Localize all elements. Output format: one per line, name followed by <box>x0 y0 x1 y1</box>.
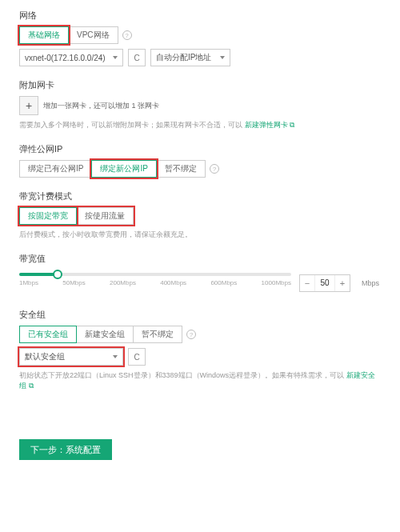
network-tabs: 基础网络 VPC网络 ? <box>19 26 381 44</box>
help-icon[interactable]: ? <box>210 164 219 174</box>
add-nic-label: 增加一张网卡，还可以增加 1 张网卡 <box>43 101 159 111</box>
bandwidth-stepper: − 50 + <box>299 274 350 292</box>
tick-label: 200Mbps <box>110 279 136 286</box>
tick-label: 600Mbps <box>210 279 237 286</box>
nic-add-row: + 增加一张网卡，还可以增加 1 张网卡 <box>19 96 381 115</box>
billing-tabs: 按固定带宽 按使用流量 <box>19 207 381 225</box>
tab-bind-new-eip[interactable]: 绑定新公网IP <box>91 160 156 178</box>
billing-section: 带宽计费模式 按固定带宽 按使用流量 后付费模式，按小时收取带宽费用，请保证余额… <box>19 190 381 240</box>
billing-title: 带宽计费模式 <box>19 190 381 202</box>
external-link-icon: ⧉ <box>29 382 34 390</box>
refresh-button[interactable]: C <box>128 348 146 366</box>
eip-tabs: 绑定已有公网IP 绑定新公网IP 暂不绑定 ? <box>19 160 381 178</box>
tab-fixed-bandwidth[interactable]: 按固定带宽 <box>19 207 77 225</box>
sg-section: 安全组 已有安全组 新建安全组 暂不绑定 ? 默认安全组 C 初始状态下开放22… <box>19 309 381 391</box>
nic-title: 附加网卡 <box>19 79 381 91</box>
bandwidth-section: 带宽值 1Mbps 50Mbps 200Mbps 400Mbps 600Mbps… <box>19 253 381 296</box>
tick-label: 1Mbps <box>19 279 38 286</box>
sg-select-row: 默认安全组 C <box>19 348 381 366</box>
stepper-value[interactable]: 50 <box>314 275 335 291</box>
eip-section: 弹性公网IP 绑定已有公网IP 绑定新公网IP 暂不绑定 ? <box>19 143 381 178</box>
slider-fill <box>19 273 58 276</box>
bandwidth-unit: Mbps <box>362 279 379 287</box>
tab-no-sg[interactable]: 暂不绑定 <box>133 326 182 343</box>
tab-new-sg[interactable]: 新建安全组 <box>76 326 134 343</box>
tab-no-eip[interactable]: 暂不绑定 <box>156 160 206 178</box>
network-title: 网络 <box>19 10 381 22</box>
subnet-select[interactable]: vxnet-0(172.16.0.0/24) <box>19 49 123 66</box>
external-link-icon: ⧉ <box>290 121 294 129</box>
stepper-plus[interactable]: + <box>335 275 350 291</box>
billing-hint: 后付费模式，按小时收取带宽费用，请保证余额充足。 <box>19 230 381 240</box>
refresh-button[interactable]: C <box>128 49 146 66</box>
sg-hint: 初始状态下开放22端口（Linux SSH登录）和3389端口（Windows远… <box>19 370 381 391</box>
network-select-row: vxnet-0(172.16.0.0/24) C 自动分配IP地址 <box>19 49 381 66</box>
slider-track <box>19 273 291 276</box>
tab-vpc-network[interactable]: VPC网络 <box>68 26 118 44</box>
add-nic-button[interactable]: + <box>19 96 38 115</box>
bandwidth-title: 带宽值 <box>19 253 381 265</box>
stepper-minus[interactable]: − <box>300 275 314 291</box>
create-nic-link[interactable]: 新建弹性网卡 <box>245 121 288 129</box>
sg-tabs: 已有安全组 新建安全组 暂不绑定 ? <box>19 326 381 343</box>
tick-label: 1000Mbps <box>262 279 291 286</box>
nic-hint-text: 需要加入多个网络时，可以新增附加网卡；如果现有网卡不合适，可以 <box>19 121 245 129</box>
help-icon[interactable]: ? <box>122 30 132 40</box>
nic-section: 附加网卡 + 增加一张网卡，还可以增加 1 张网卡 需要加入多个网络时，可以新增… <box>19 79 381 130</box>
tab-traffic-bandwidth[interactable]: 按使用流量 <box>76 207 134 225</box>
tab-basic-network[interactable]: 基础网络 <box>19 26 69 44</box>
bandwidth-row: 1Mbps 50Mbps 200Mbps 400Mbps 600Mbps 100… <box>19 270 381 296</box>
slider-ticks: 1Mbps 50Mbps 200Mbps 400Mbps 600Mbps 100… <box>19 279 291 286</box>
network-section: 网络 基础网络 VPC网络 ? vxnet-0(172.16.0.0/24) C… <box>19 10 381 66</box>
plus-icon: + <box>26 99 32 112</box>
sg-title: 安全组 <box>19 309 381 321</box>
next-button[interactable]: 下一步：系统配置 <box>19 439 112 460</box>
sg-hint-text: 初始状态下开放22端口（Linux SSH登录）和3389端口（Windows远… <box>19 371 346 379</box>
tab-existing-sg[interactable]: 已有安全组 <box>19 326 77 343</box>
sg-select[interactable]: 默认安全组 <box>19 348 123 366</box>
tab-bind-existing-eip[interactable]: 绑定已有公网IP <box>19 160 92 178</box>
nic-hint: 需要加入多个网络时，可以新增附加网卡；如果现有网卡不合适，可以 新建弹性网卡 ⧉ <box>19 120 381 130</box>
tick-label: 400Mbps <box>160 279 186 286</box>
eip-title: 弹性公网IP <box>19 143 381 155</box>
slider-thumb[interactable] <box>53 270 62 279</box>
bandwidth-slider[interactable]: 1Mbps 50Mbps 200Mbps 400Mbps 600Mbps 100… <box>19 270 291 296</box>
help-icon[interactable]: ? <box>186 330 196 339</box>
ip-mode-select[interactable]: 自动分配IP地址 <box>150 49 230 66</box>
tick-label: 50Mbps <box>62 279 85 286</box>
footer: 下一步：系统配置 <box>19 439 381 460</box>
